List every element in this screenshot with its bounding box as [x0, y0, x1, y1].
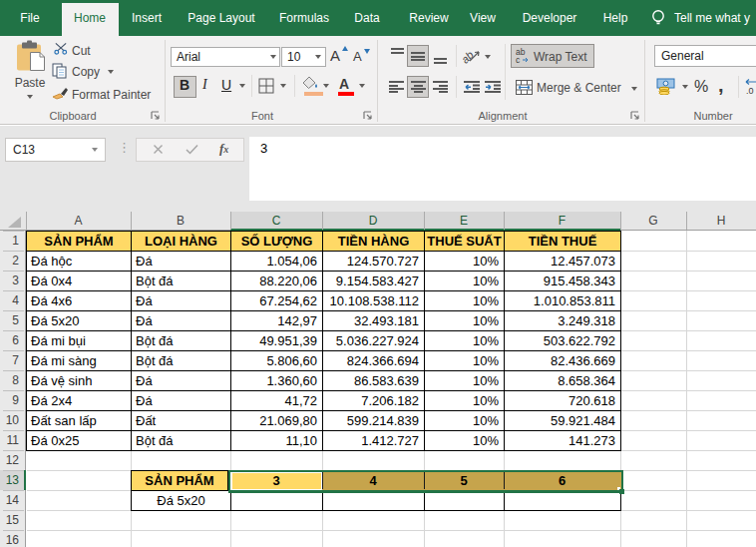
svg-text:.0: .0 [746, 86, 754, 96]
